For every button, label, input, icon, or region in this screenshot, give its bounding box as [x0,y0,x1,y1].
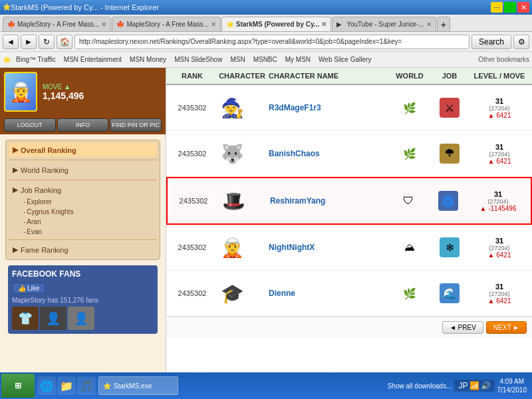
bookmark-msnbc[interactable]: MSNBC [251,55,280,65]
level-1: 31 (27204) ▲ 6421 [469,97,529,119]
close-button[interactable]: ✕ [517,2,529,13]
tab2-close[interactable]: ✕ [211,21,216,28]
logout-button[interactable]: LOGOUT [4,118,56,132]
table-row: 2435302 🧝 NightNightX ⛰ ❄ 31 (27204) ▲ 6 [166,225,532,271]
sidebar-item-fame[interactable]: ▶ Fame Ranking [9,243,157,257]
name-1[interactable]: R3dMageF1r3 [269,103,390,112]
rankings-table: RANK CHARACTER CHARACTER NAME WORLD JOB … [166,68,532,338]
info-button[interactable]: INFO [57,118,109,132]
character-move-label: MOVE ▲ [43,83,84,90]
taskbar-apps: ⭐ StarkMS.exe [98,376,388,395]
level-change-4: ▲ 6421 [469,251,529,259]
home-button[interactable]: 🏠 [57,35,72,49]
bookmark-msn-slide[interactable]: MSN SlideShow [172,55,225,65]
level-num-5: 31 [469,283,529,291]
name-2[interactable]: BanishChaos [269,149,390,158]
fb-avatar-2: 👤 [40,307,66,330]
level-sub-5: (27204) [469,291,529,297]
subitem-cygnus[interactable]: Cygnus Knights [19,207,157,217]
char-5: 🎓 [215,273,269,313]
find-button[interactable]: FIND PIN OR PIC [110,118,162,132]
tools-button[interactable]: ⚙ [513,35,529,49]
facebook-fans-count: MapleStory has 151,276 fans [12,297,154,304]
job-icon-3: 🌀 [438,191,458,211]
system-tray: JP 📶 🔊 [454,380,494,392]
nav-arrow-overall: ▶ [13,146,18,154]
char-2: 🐺 [215,134,269,174]
facebook-section: FACEBOOK FANS 👍 Like MapleStory has 151,… [8,265,158,334]
bookmark-webslice[interactable]: Web Slice Gallery [316,55,374,65]
clock-time: 4:09 AM [497,377,527,386]
sidebar-item-world[interactable]: ▶ World Ranking [9,163,157,177]
character-section: 🧝 MOVE ▲ 1,145,496 [0,68,166,116]
forward-button[interactable]: ► [21,35,37,49]
bookmark-my-msn[interactable]: My MSN [283,55,313,65]
facebook-like-button[interactable]: 👍 Like [12,283,45,294]
tab3-close[interactable]: ✕ [321,21,327,28]
fame-ranking-label: Fame Ranking [21,246,68,254]
browser-tab-3[interactable]: ⭐ StarkMS (Powered by Cy... ✕ [221,17,331,31]
maximize-button[interactable]: □ [504,2,516,13]
bookmark-msn[interactable]: MSN [227,55,247,65]
search-button[interactable]: Search [471,35,511,49]
browser-tab-2[interactable]: 🍁 MapleStory - A Free Mass... ✕ [112,17,220,31]
level-sub-2: (27204) [469,151,529,158]
sidebar-item-job[interactable]: ▶ Job Ranking [9,183,157,197]
taskbar-ie-icon[interactable]: 🌐 [37,376,56,395]
address-bar[interactable]: http://maplestory.nexon.net/Rankings/Ove… [74,35,469,49]
navigation-bar: ◄ ► ↻ 🏠 http://maplestory.nexon.net/Rank… [0,32,532,52]
name-3[interactable]: ReshiramYang [270,196,388,205]
like-label: Like [27,285,39,292]
refresh-button[interactable]: ↻ [39,35,55,49]
level-change-2: ▲ 6421 [469,158,529,165]
main-content: RANK CHARACTER CHARACTER NAME WORLD JOB … [166,68,532,372]
subitem-evan[interactable]: Evan [19,227,157,237]
prev-button[interactable]: ◄ PREV [442,321,483,334]
tab3-label: StarkMS (Powered by Cy... [236,21,319,28]
tab2-favicon: 🍁 [116,21,124,29]
taskbar-folder-icon[interactable]: 📁 [57,376,76,395]
subitem-explorer[interactable]: Explorer [19,197,157,207]
level-5: 31 (27204) ▲ 6421 [469,283,529,305]
taskbar-app-stark[interactable]: ⭐ StarkMS.exe [98,376,178,395]
level-change-3: ▲ -1145496 [468,205,528,212]
show-downloads[interactable]: Show all downloads... [388,382,452,390]
name-4[interactable]: NightNightX [269,243,390,252]
facebook-avatars: 👕 👤 👤 [12,307,154,330]
subitem-aran[interactable]: Aran [19,217,157,227]
world-icon-4: ⛰ [404,241,415,253]
network-icon: 📶 [469,381,479,390]
avatar: 🧝 [4,72,37,112]
char-sprite-5: 🎓 [215,273,249,313]
window-title: StarkMS (Powered by Cy... - Internet Exp… [11,3,491,11]
back-button[interactable]: ◄ [3,35,19,49]
new-tab-button[interactable]: + [437,17,450,31]
bookmark-msn-ent[interactable]: MSN Entertainment [61,55,124,65]
bookmarks-overflow[interactable]: Other bookmarks [478,56,529,63]
start-button[interactable]: ⊞ [1,374,35,398]
nav-arrow-world: ▶ [13,166,18,174]
browser-tab-1[interactable]: 🍁 MapleStory - A Free Mass... ✕ [3,17,111,31]
fb-avatar-3: 👤 [68,307,94,330]
facebook-like-row: 👍 Like [12,283,154,294]
minimize-button[interactable]: ─ [491,2,503,13]
bookmark-msn-money[interactable]: MSN Money [127,55,169,65]
tab1-close[interactable]: ✕ [101,21,106,28]
job-icon-1: ⚔ [440,98,460,118]
world-icon-5: 🌿 [403,288,416,299]
level-sub-4: (27204) [469,245,529,251]
level-4: 31 (27204) ▲ 6421 [469,237,529,259]
taskbar-media-icon[interactable]: 🎵 [77,376,96,395]
tab4-close[interactable]: ✕ [426,21,432,28]
content-area: 🧝 MOVE ▲ 1,145,496 LOGOUT INFO FIND PIN … [0,68,532,372]
char-sprite-3: 🎩 [217,181,250,221]
next-button[interactable]: NEXT ► [486,321,527,334]
char-4: 🧝 [215,227,269,267]
browser-tab-4[interactable]: ▶ YouTube - Super Junior-... ✕ [332,17,436,31]
bookmark-bing[interactable]: Bing™ Traffic [13,55,59,65]
window-controls: ─ □ ✕ [491,2,529,13]
sidebar-item-overall[interactable]: ▶ Overall Ranking [9,143,157,157]
facebook-title: FACEBOOK FANS [12,269,154,279]
name-5[interactable]: Dienne [269,289,390,298]
character-score: 1,145,496 [43,90,84,101]
